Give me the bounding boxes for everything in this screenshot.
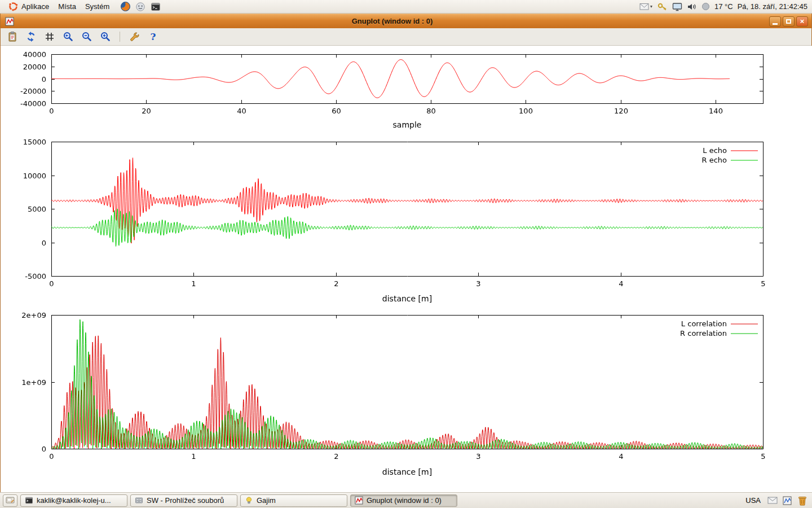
panel-tray: 17 °C Pá, 18. září, 21:42:45 <box>639 2 809 11</box>
panel-menus: Aplikace Místa Systém <box>3 0 161 13</box>
grid-icon <box>44 31 55 42</box>
taskbar-item-gajim[interactable]: Gajim <box>240 494 347 507</box>
gnuplot-plots-canvas[interactable] <box>1 46 812 492</box>
titlebar[interactable]: Gnuplot (window id : 0) × <box>1 14 811 28</box>
menu-system-label: Systém <box>85 2 109 11</box>
task-items: kaklik@kaklik-kolej-u... SW - Prohlížeč … <box>20 494 457 507</box>
zoom-previous-button[interactable] <box>61 30 75 44</box>
settings-button[interactable] <box>127 30 142 44</box>
zoom-out-button[interactable] <box>80 30 94 44</box>
clock[interactable]: Pá, 18. září, 21:42:45 <box>738 2 807 11</box>
taskbar-tray: USA <box>744 495 809 506</box>
plot-area <box>1 46 811 492</box>
zoom-in-button[interactable] <box>98 30 112 44</box>
toolbar-separator <box>120 32 120 42</box>
help-button[interactable]: ? <box>146 30 160 44</box>
taskbar-item-terminal[interactable]: kaklik@kaklik-kolej-u... <box>20 494 127 507</box>
window-buttons: × <box>769 16 808 27</box>
minimize-button[interactable] <box>769 16 781 27</box>
chart-tray-icon[interactable] <box>783 496 792 505</box>
replot-button[interactable] <box>24 30 38 44</box>
zoom-in-icon <box>100 31 111 42</box>
taskbar-item-gnuplot[interactable]: Gnuplot (window id : 0) <box>350 494 457 507</box>
top-panel: Aplikace Místa Systém <box>0 0 812 14</box>
wrench-icon <box>129 31 140 42</box>
taskbar: kaklik@kaklik-kolej-u... SW - Prohlížeč … <box>0 492 812 508</box>
menu-system[interactable]: Systém <box>81 0 114 13</box>
taskbar-item-label: Gajim <box>257 496 276 505</box>
ubuntu-logo-icon <box>7 1 19 12</box>
mail-indicator-icon[interactable] <box>639 3 653 11</box>
terminal-icon <box>25 496 33 505</box>
toolbar: ? <box>1 28 811 46</box>
copy-to-clipboard-button[interactable] <box>5 30 19 44</box>
mail-tray-icon[interactable] <box>767 497 778 504</box>
panel-launchers <box>120 1 161 12</box>
temperature-label[interactable]: 17 °C <box>714 2 733 11</box>
maximize-icon <box>786 19 791 24</box>
show-desktop-button[interactable] <box>3 494 17 507</box>
taskbar-item-label: Gnuplot (window id : 0) <box>367 496 442 505</box>
trash-icon[interactable] <box>797 495 808 506</box>
menu-applications-label: Aplikace <box>21 2 49 11</box>
replot-icon <box>25 31 37 42</box>
toggle-grid-button[interactable] <box>42 30 56 44</box>
menu-places[interactable]: Místa <box>54 0 81 13</box>
display-icon[interactable] <box>672 2 682 11</box>
chat-launcher-icon[interactable] <box>135 1 146 12</box>
taskbar-item-label: kaklik@kaklik-kolej-u... <box>37 496 111 505</box>
window-title: Gnuplot (window id : 0) <box>19 17 766 25</box>
terminal-launcher-icon[interactable] <box>150 1 161 12</box>
gnuplot-window: Gnuplot (window id : 0) × <box>0 14 812 492</box>
firefox-icon[interactable] <box>120 1 131 12</box>
gnuplot-icon <box>355 496 363 505</box>
help-icon: ? <box>151 31 156 42</box>
minimize-icon <box>773 23 778 25</box>
keys-icon[interactable] <box>657 2 668 11</box>
zoom-previous-icon <box>63 31 74 42</box>
close-button[interactable]: × <box>796 16 808 27</box>
file-manager-icon <box>135 496 143 505</box>
gajim-icon <box>245 496 253 505</box>
menu-places-label: Místa <box>58 2 76 11</box>
volume-icon[interactable] <box>687 2 697 11</box>
maximize-button[interactable] <box>783 16 795 27</box>
menu-applications[interactable]: Aplikace <box>3 0 54 13</box>
gnuplot-window-icon <box>4 16 15 27</box>
close-icon: × <box>800 17 805 25</box>
clipboard-icon <box>7 31 18 42</box>
weather-icon[interactable] <box>701 2 710 11</box>
keyboard-layout-indicator[interactable]: USA <box>744 496 762 505</box>
desktop: Aplikace Místa Systém <box>0 0 812 508</box>
taskbar-item-file-browser[interactable]: SW - Prohlížeč souborů <box>130 494 237 507</box>
show-desktop-icon <box>6 497 15 505</box>
zoom-out-icon <box>81 31 92 42</box>
taskbar-item-label: SW - Prohlížeč souborů <box>147 496 224 505</box>
